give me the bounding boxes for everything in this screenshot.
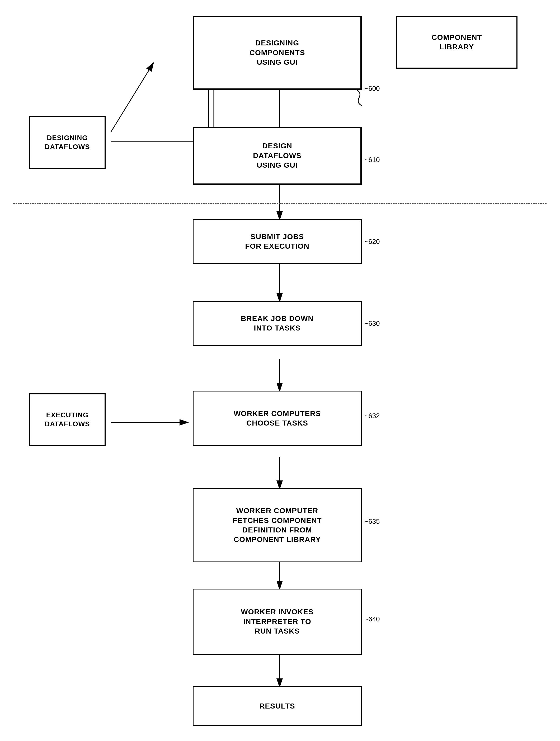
worker-invokes-box: WORKER INVOKES INTERPRETER TO RUN TASKS <box>193 589 362 655</box>
component-library-box: COMPONENT LIBRARY <box>396 16 517 69</box>
ref-600: ~600 <box>364 84 380 93</box>
worker-fetches-box: WORKER COMPUTER FETCHES COMPONENT DEFINI… <box>193 488 362 562</box>
designing-components-box: DESIGNING COMPONENTS USING GUI <box>193 16 362 90</box>
executing-dataflows-side-box: EXECUTING DATAFLOWS <box>29 393 106 446</box>
dashed-divider <box>13 203 547 204</box>
break-job-box: BREAK JOB DOWN INTO TASKS <box>193 301 362 346</box>
ref-640: ~640 <box>364 615 380 623</box>
ref-610: ~610 <box>364 156 380 164</box>
ref-635: ~635 <box>364 518 380 526</box>
ref-632: ~632 <box>364 412 380 420</box>
results-box: RESULTS <box>193 686 362 726</box>
ref-630: ~630 <box>364 320 380 328</box>
designing-dataflows-side-box: DESIGNING DATAFLOWS <box>29 116 106 169</box>
ref-620: ~620 <box>364 238 380 246</box>
worker-choose-box: WORKER COMPUTERS CHOOSE TASKS <box>193 391 362 446</box>
svg-line-3 <box>111 63 153 132</box>
design-dataflows-box: DESIGN DATAFLOWS USING GUI <box>193 127 362 185</box>
submit-jobs-box: SUBMIT JOBS FOR EXECUTION <box>193 219 362 264</box>
diagram-container: COMPONENT LIBRARY DESIGNING COMPONENTS U… <box>0 0 560 741</box>
